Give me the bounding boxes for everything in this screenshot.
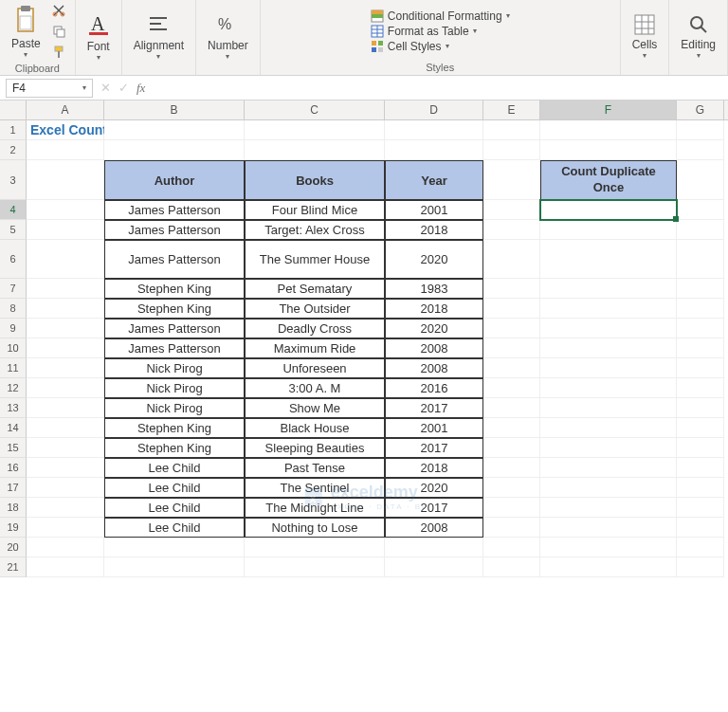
cell-A5[interactable]: [27, 220, 104, 240]
conditional-formatting-button[interactable]: Conditional Formatting▾: [371, 9, 510, 23]
cancel-icon[interactable]: ✕: [100, 81, 111, 95]
cell-author-6[interactable]: James Patterson: [104, 240, 245, 279]
cell-G17[interactable]: [677, 478, 724, 498]
column-header-F[interactable]: F: [540, 100, 677, 119]
cell-A6[interactable]: [27, 240, 104, 279]
format-as-table-button[interactable]: Format as Table▾: [371, 25, 510, 38]
cell-book-10[interactable]: Maximum Ride: [245, 338, 385, 358]
cell-book-4[interactable]: Four Blind Mice: [245, 200, 385, 220]
cell-E17[interactable]: [483, 478, 540, 498]
cell-book-19[interactable]: Nothing to Lose: [245, 518, 385, 538]
cell-C21[interactable]: [245, 557, 385, 577]
row-header-15[interactable]: 15: [0, 438, 27, 458]
cell-E13[interactable]: [483, 398, 540, 418]
number-button[interactable]: % Number ▾: [204, 10, 252, 63]
cell-A2[interactable]: [27, 140, 104, 160]
cell-E4[interactable]: [483, 200, 540, 220]
row-header-6[interactable]: 6: [0, 240, 27, 279]
row-header-13[interactable]: 13: [0, 398, 27, 418]
cell-author-11[interactable]: Nick Pirog: [104, 358, 245, 378]
cell-year-17[interactable]: 2020: [385, 478, 483, 498]
cell-book-12[interactable]: 3:00 A. M: [245, 378, 385, 398]
count-duplicate-label[interactable]: Count Duplicate Once: [540, 160, 677, 200]
cell-F5[interactable]: [540, 220, 677, 240]
cell-author-15[interactable]: Stephen King: [104, 438, 245, 458]
column-header-C[interactable]: C: [245, 100, 385, 119]
row-header-5[interactable]: 5: [0, 220, 27, 240]
cell-A7[interactable]: [27, 279, 104, 299]
cell-E10[interactable]: [483, 338, 540, 358]
row-header-19[interactable]: 19: [0, 518, 27, 538]
cells-button[interactable]: Cells ▾: [628, 11, 662, 62]
cell-book-8[interactable]: The Outsider: [245, 299, 385, 319]
cell-G6[interactable]: [677, 240, 724, 279]
cell-E1[interactable]: [483, 120, 540, 140]
cell-A12[interactable]: [27, 378, 104, 398]
cell-year-9[interactable]: 2020: [385, 319, 483, 338]
cell-G5[interactable]: [677, 220, 724, 240]
row-header-21[interactable]: 21: [0, 557, 27, 577]
cell-book-17[interactable]: The Sentinel: [245, 478, 385, 498]
cell-F9[interactable]: [540, 319, 677, 338]
cell-F17[interactable]: [540, 478, 677, 498]
formula-input[interactable]: [153, 80, 728, 97]
cell-D2[interactable]: [385, 140, 483, 160]
row-header-14[interactable]: 14: [0, 418, 27, 438]
cell-A3[interactable]: [27, 160, 104, 200]
cell-book-7[interactable]: Pet Sematary: [245, 279, 385, 299]
cell-A20[interactable]: [27, 538, 104, 557]
cell-F15[interactable]: [540, 438, 677, 458]
cell-year-18[interactable]: 2017: [385, 498, 483, 518]
cell-G11[interactable]: [677, 358, 724, 378]
cell-author-10[interactable]: James Patterson: [104, 338, 245, 358]
cell-E21[interactable]: [483, 557, 540, 577]
cell-book-16[interactable]: Past Tense: [245, 458, 385, 478]
row-header-17[interactable]: 17: [0, 478, 27, 498]
cell-year-19[interactable]: 2008: [385, 518, 483, 538]
cell-year-7[interactable]: 1983: [385, 279, 483, 299]
alignment-button[interactable]: Alignment ▾: [130, 10, 188, 63]
cell-A16[interactable]: [27, 458, 104, 478]
cell-G14[interactable]: [677, 418, 724, 438]
cell-E16[interactable]: [483, 458, 540, 478]
cell-B1[interactable]: [104, 120, 245, 140]
cell-A10[interactable]: [27, 338, 104, 358]
cell-E12[interactable]: [483, 378, 540, 398]
row-header-8[interactable]: 8: [0, 299, 27, 319]
column-header-G[interactable]: G: [677, 100, 724, 119]
cut-icon[interactable]: [50, 2, 67, 19]
cell-G10[interactable]: [677, 338, 724, 358]
cell-author-14[interactable]: Stephen King: [104, 418, 245, 438]
cell-author-17[interactable]: Lee Child: [104, 478, 245, 498]
row-header-12[interactable]: 12: [0, 378, 27, 398]
cell-E6[interactable]: [483, 240, 540, 279]
cell-book-6[interactable]: The Summer House: [245, 240, 385, 279]
row-header-7[interactable]: 7: [0, 279, 27, 299]
cell-D21[interactable]: [385, 557, 483, 577]
cell-G18[interactable]: [677, 498, 724, 518]
cell-year-12[interactable]: 2016: [385, 378, 483, 398]
cell-G15[interactable]: [677, 438, 724, 458]
cell-year-14[interactable]: 2001: [385, 418, 483, 438]
cell-year-15[interactable]: 2017: [385, 438, 483, 458]
cell-book-15[interactable]: Sleeping Beauties: [245, 438, 385, 458]
cell-A18[interactable]: [27, 498, 104, 518]
cell-F21[interactable]: [540, 557, 677, 577]
cell-A19[interactable]: [27, 518, 104, 538]
cell-F10[interactable]: [540, 338, 677, 358]
cell-book-14[interactable]: Black House: [245, 418, 385, 438]
cell-G16[interactable]: [677, 458, 724, 478]
cell-D20[interactable]: [385, 538, 483, 557]
cell-F4[interactable]: [540, 200, 677, 220]
cell-book-13[interactable]: Show Me: [245, 398, 385, 418]
row-header-10[interactable]: 10: [0, 338, 27, 358]
cell-author-16[interactable]: Lee Child: [104, 458, 245, 478]
cell-G4[interactable]: [677, 200, 724, 220]
cell-G8[interactable]: [677, 299, 724, 319]
font-button[interactable]: A Font ▾: [83, 9, 114, 64]
cell-C20[interactable]: [245, 538, 385, 557]
row-header-4[interactable]: 4: [0, 200, 27, 220]
cell-author-8[interactable]: Stephen King: [104, 299, 245, 319]
cell-C2[interactable]: [245, 140, 385, 160]
cell-author-5[interactable]: James Patterson: [104, 220, 245, 240]
